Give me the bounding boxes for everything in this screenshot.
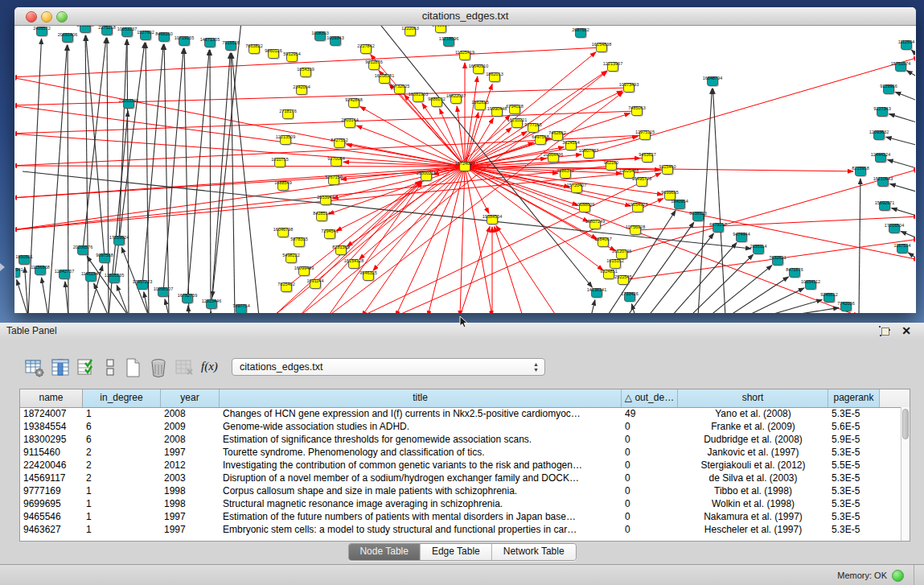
cell-in_degree[interactable]: 6 [83,420,161,433]
cell-title[interactable]: Estimation of the future numbers of pati… [220,510,622,523]
cell-in_degree[interactable]: 1 [83,407,161,420]
graph-edge[interactable] [713,89,725,313]
graph-edge[interactable] [299,182,421,313]
graph-edge[interactable] [465,167,492,313]
cell-year[interactable]: 2009 [161,420,220,433]
graph-edge[interactable] [622,169,915,254]
cell-year[interactable]: 2008 [161,433,220,446]
tab-network-table[interactable]: Network Table [492,544,576,560]
graph-edge[interactable] [729,277,788,313]
cell-name[interactable]: 18300295 [20,433,83,446]
graph-edge[interactable] [888,160,915,169]
table-row[interactable]: 1938455462009Genome-wide association stu… [20,420,901,433]
cell-short[interactable]: Nakamura et al. (1997) [678,510,828,523]
cell-title[interactable]: Changes of HCN gene expression and I(f) … [220,407,622,420]
graph-edge[interactable] [15,111,637,134]
cell-title[interactable]: Tourette syndrome. Phenomenology and cla… [220,446,622,459]
graph-edge[interactable] [360,106,465,167]
delete-column-icon[interactable] [148,356,169,379]
cell-in_degree[interactable]: 1 [83,484,161,497]
network-window[interactable]: citations_edges.txt 24055722069140610653… [14,7,916,313]
graph-edge[interactable] [859,179,860,313]
graph-edge[interactable] [465,84,492,167]
column-header-name[interactable]: name [20,389,83,407]
graph-edge[interactable] [422,103,465,167]
cell-in_degree[interactable]: 2 [83,459,161,472]
cell-year[interactable]: 1997 [161,446,220,459]
cell-title[interactable]: Estimation of significance thresholds fo… [220,433,622,446]
cell-in_degree[interactable]: 1 [83,523,161,536]
graph-edge[interactable] [347,167,465,246]
cell-short[interactable]: Stergiakouli et al. (2012) [678,459,828,472]
cell-pagerank[interactable]: 5.3E-5 [828,446,880,459]
cell-in_degree[interactable]: 2 [83,472,161,484]
cell-pagerank[interactable]: 5.6E-5 [828,420,880,433]
cell-short[interactable]: Hescheler et al. (1997) [678,523,828,536]
cell-name[interactable]: 19384554 [20,420,83,433]
graph-edge[interactable] [890,183,915,192]
cell-in_degree[interactable]: 1 [83,510,161,523]
cell-out_degree[interactable]: 0 [622,472,678,484]
graph-edge[interactable] [746,288,804,313]
graph-edge[interactable] [635,216,915,230]
graph-edge[interactable] [15,167,465,230]
scrollbar-thumb[interactable] [902,409,909,439]
network-window-titlebar[interactable]: citations_edges.txt [14,7,916,26]
cell-year[interactable]: 1997 [161,523,220,536]
select-columns-icon[interactable] [76,356,97,379]
column-header-short[interactable]: short [678,389,828,407]
delete-table-icon[interactable] [174,356,195,379]
cell-pagerank[interactable]: 5.9E-5 [828,433,880,446]
cell-title[interactable]: Structural magnetic resonance image aver… [220,497,622,510]
graph-edge[interactable] [146,43,149,313]
graph-edge[interactable] [465,76,478,167]
cell-short[interactable]: Dudbridge et al. (2008) [678,433,828,446]
network-canvas[interactable]: 2405572206914061065328227521810653237152… [15,26,915,313]
graph-edge[interactable] [94,283,109,313]
cell-pagerank[interactable]: 5.3E-5 [828,472,880,484]
cell-pagerank[interactable]: 5.3E-5 [828,407,880,420]
cell-name[interactable]: 9777169 [20,484,83,497]
cell-name[interactable]: 18724007 [20,407,83,420]
cell-short[interactable]: Jankovic et al. (1997) [678,446,828,459]
cell-name[interactable]: 9465546 [20,510,83,523]
cell-out_degree[interactable]: 0 [622,420,678,433]
tab-edge-table[interactable]: Edge Table [421,544,492,560]
graph-edge[interactable] [86,35,105,258]
graph-edge[interactable] [87,256,129,313]
memory-status-icon[interactable] [892,570,904,582]
cell-out_degree[interactable]: 0 [622,446,678,459]
graph-edge[interactable] [901,231,915,239]
table-row[interactable]: 946362711997Embryonic stem cells: a mode… [20,523,901,536]
graph-edge[interactable] [232,53,259,313]
cell-out_degree[interactable]: 0 [622,523,678,536]
cell-title[interactable]: Embryonic stem cells: a model to study s… [220,523,622,536]
cell-pagerank[interactable]: 5.3E-5 [828,523,880,536]
graph-edge[interactable] [460,227,490,313]
graph-edge[interactable] [117,285,129,313]
graph-edge[interactable] [210,50,211,313]
cell-name[interactable]: 22420046 [20,459,83,472]
cell-name[interactable]: 9699695 [20,497,83,510]
graph-edge[interactable] [184,48,189,313]
cell-out_degree[interactable]: 0 [622,484,678,497]
graph-edge[interactable] [396,167,465,313]
cell-out_degree[interactable]: 0 [622,497,678,510]
table-select-dropdown[interactable]: citations_edges.txt ▲▼ [232,358,545,376]
new-column-icon[interactable] [122,356,143,379]
column-header-title[interactable]: title [220,389,622,407]
graph-edge[interactable] [907,71,915,78]
cell-short[interactable]: Yano et al. (2008) [678,407,828,420]
column-header-pagerank[interactable]: pagerank [828,389,880,407]
graph-edge[interactable] [465,167,859,313]
cell-short[interactable]: Tibbo et al. (1998) [678,484,828,497]
cell-title[interactable]: Corpus callosum shape and size in male p… [220,484,622,497]
panel-resize-notch[interactable] [0,263,5,271]
cell-title[interactable]: Disruption of a novel member of a sodium… [220,472,622,484]
graph-edge[interactable] [496,225,556,313]
cell-year[interactable]: 2012 [161,459,220,472]
cell-in_degree[interactable]: 1 [83,497,161,510]
graph-edge[interactable] [698,89,712,313]
graph-edge[interactable] [187,50,209,299]
graph-edge[interactable] [892,208,915,216]
